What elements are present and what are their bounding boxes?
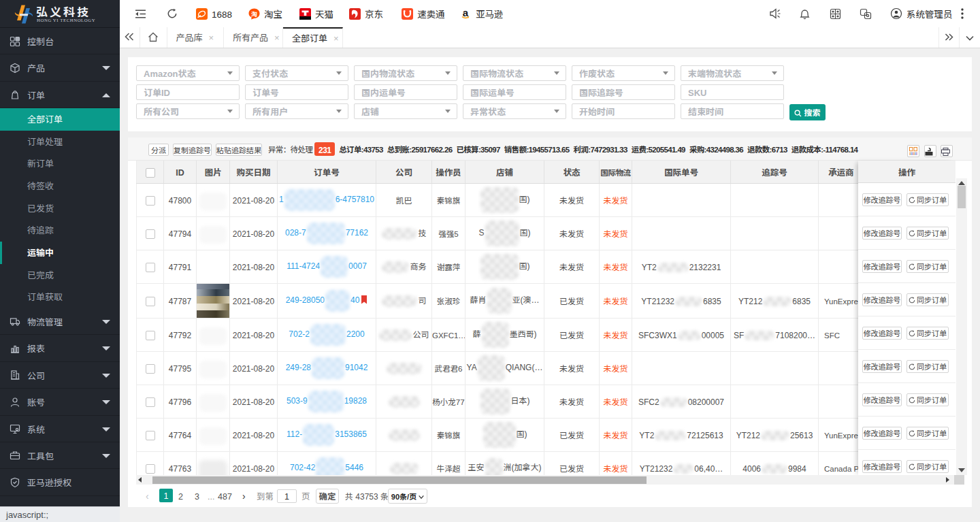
svg-text:淘: 淘 <box>251 9 257 18</box>
svg-text:a: a <box>463 7 469 18</box>
